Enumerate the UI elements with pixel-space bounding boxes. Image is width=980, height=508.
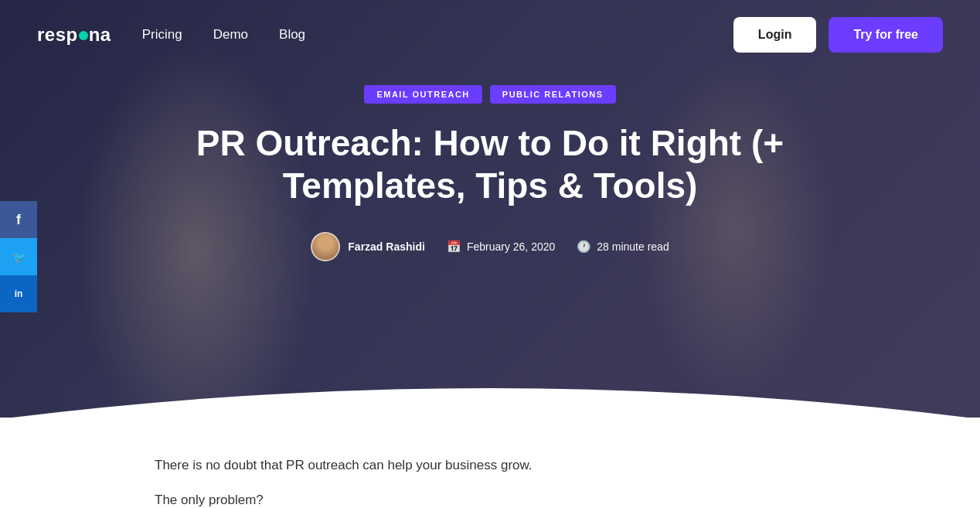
facebook-share-button[interactable]: f bbox=[0, 201, 37, 238]
twitter-icon: 🐦 bbox=[12, 251, 26, 263]
hero-curve bbox=[0, 357, 980, 418]
clock-icon: 🕐 bbox=[577, 240, 591, 254]
tag-list: EMAIL OUTREACH PUBLIC RELATIONS bbox=[364, 85, 615, 104]
hero-section: respna Pricing Demo Blog Login Try for f… bbox=[0, 0, 980, 418]
nav-link-pricing[interactable]: Pricing bbox=[142, 27, 182, 43]
linkedin-share-button[interactable]: in bbox=[0, 275, 37, 312]
navbar: respna Pricing Demo Blog Login Try for f… bbox=[0, 0, 980, 70]
social-sidebar: f 🐦 in bbox=[0, 201, 37, 312]
tag-public-relations[interactable]: PUBLIC RELATIONS bbox=[490, 85, 616, 104]
author-name: Farzad Rashidi bbox=[348, 240, 425, 253]
nav-links: Pricing Demo Blog bbox=[142, 27, 733, 43]
avatar bbox=[311, 232, 340, 261]
avatar-image bbox=[312, 234, 339, 260]
nav-link-blog[interactable]: Blog bbox=[279, 27, 305, 43]
twitter-share-button[interactable]: 🐦 bbox=[0, 238, 37, 275]
read-time-meta: 🕐 28 minute read bbox=[577, 240, 669, 254]
hero-title: PR Outreach: How to Do it Right (+ Templ… bbox=[158, 122, 822, 207]
meta-row: Farzad Rashidi 📅 February 26, 2020 🕐 28 … bbox=[311, 232, 669, 261]
nav-link-demo[interactable]: Demo bbox=[213, 27, 248, 43]
read-time: 28 minute read bbox=[597, 240, 669, 253]
try-free-button[interactable]: Try for free bbox=[829, 17, 943, 53]
facebook-icon: f bbox=[16, 212, 21, 228]
logo[interactable]: respna bbox=[37, 24, 111, 46]
article-paragraph-1: There is no doubt that PR outreach can h… bbox=[155, 455, 825, 477]
linkedin-icon: in bbox=[15, 288, 23, 299]
article-body: There is no doubt that PR outreach can h… bbox=[0, 418, 980, 508]
author: Farzad Rashidi bbox=[311, 232, 425, 261]
nav-actions: Login Try for free bbox=[733, 17, 943, 53]
publish-date: February 26, 2020 bbox=[467, 240, 555, 253]
date-meta: 📅 February 26, 2020 bbox=[447, 240, 555, 254]
calendar-icon: 📅 bbox=[447, 240, 461, 254]
tag-email-outreach[interactable]: EMAIL OUTREACH bbox=[364, 85, 481, 104]
article-paragraph-2: The only problem? bbox=[155, 489, 825, 508]
logo-dot bbox=[79, 31, 88, 40]
logo-text: respna bbox=[37, 24, 111, 46]
login-button[interactable]: Login bbox=[733, 17, 817, 53]
